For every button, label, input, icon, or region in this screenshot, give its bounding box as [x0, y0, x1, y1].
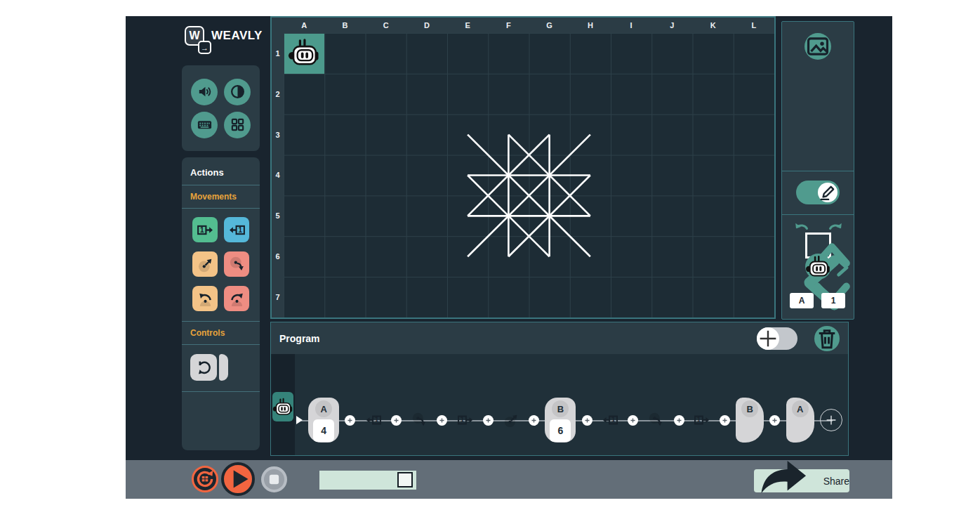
program-character-chip [272, 392, 293, 421]
character-controls-panel: A 1 [781, 21, 854, 320]
add-node-toggle[interactable] [757, 327, 797, 350]
share-button[interactable]: Share [754, 469, 849, 492]
robot-character [287, 38, 321, 67]
column-label: J [651, 18, 692, 33]
column-position-input[interactable]: A [790, 293, 814, 308]
speed-slider-handle[interactable] [397, 472, 413, 487]
insert-step-button[interactable] [720, 415, 730, 426]
program-track: A411B611BA [296, 396, 842, 444]
row-label: 4 [272, 155, 284, 196]
palette-title: Actions [182, 157, 260, 185]
insert-step-button[interactable] [437, 415, 447, 426]
weavly-app: W → WEAVLY Actions Movements11Controls A… [126, 16, 892, 499]
palette-block-backward-1[interactable]: 1 [224, 217, 249, 242]
palette-block-forward-1[interactable]: 1 [192, 217, 218, 242]
palette-section-label: Movements [182, 185, 260, 208]
insert-step-button[interactable] [345, 415, 355, 426]
play-icon [224, 465, 252, 493]
insert-step-button[interactable] [582, 415, 592, 426]
program-step-backward-1[interactable]: 1 [598, 408, 622, 432]
program-step-forward-1[interactable]: 1 [690, 408, 714, 432]
move-right-chevron[interactable] [836, 257, 850, 278]
keyboard-icon [197, 117, 213, 133]
loop-bracket [219, 354, 228, 381]
loop-label: A [792, 400, 809, 417]
apps-icon [230, 117, 246, 133]
turn-right-90-icon [227, 289, 246, 308]
palette-block-loop[interactable] [182, 345, 260, 391]
plus-icon [772, 417, 778, 424]
program-step-turn-right-45[interactable] [407, 408, 431, 432]
palette-block-turn-right-90[interactable] [224, 286, 249, 311]
program-body: A411B611BA [271, 354, 848, 455]
play-button[interactable] [221, 462, 255, 496]
palette-block-turn-left-90[interactable] [192, 286, 218, 311]
insert-step-button[interactable] [769, 415, 780, 426]
loop-iterations-input[interactable]: 6 [550, 419, 571, 442]
pen-icon [818, 183, 837, 202]
keyboard-shortcuts-button[interactable] [191, 112, 218, 138]
program-loop-start-B[interactable]: B6 [545, 398, 576, 443]
loop-icon [194, 358, 213, 377]
turn-left-45-icon [196, 255, 215, 274]
insert-step-button[interactable] [628, 415, 638, 426]
column-label: C [366, 18, 406, 33]
high-contrast-button[interactable] [224, 79, 251, 105]
turn-right-45-icon [410, 411, 428, 429]
refresh-scene-button[interactable] [192, 466, 218, 492]
program-step-backward-1[interactable]: 1 [362, 408, 385, 432]
turn-left-button[interactable] [793, 221, 810, 233]
column-label: D [406, 18, 447, 33]
turn-left-45-icon [502, 411, 520, 429]
loop-iterations-input[interactable]: 4 [313, 419, 334, 442]
backward-1-icon: 1 [227, 221, 246, 240]
weavly-logo-icon: W → [185, 26, 206, 47]
turn-left-90-icon [196, 289, 215, 308]
svg-text:1: 1 [696, 416, 701, 424]
program-panel: Program A411B611BA [270, 322, 849, 456]
row-label: 7 [272, 277, 284, 318]
robot-icon [272, 398, 293, 417]
scene-background-button[interactable] [804, 33, 831, 60]
actions-palette: Actions Movements11Controls [182, 157, 260, 450]
plus-icon [531, 417, 537, 424]
audio-feedback-button[interactable] [191, 79, 218, 105]
logo-arrow-icon: → [198, 41, 211, 54]
program-step-turn-left-45[interactable] [499, 408, 523, 432]
row-position-input[interactable]: 1 [821, 293, 845, 308]
theme-options-button[interactable] [224, 112, 251, 138]
brand-name: WEAVLY [211, 29, 263, 43]
palette-block-turn-left-45[interactable] [192, 251, 218, 277]
turn-right-button[interactable] [827, 221, 844, 233]
loop-label: A [315, 400, 332, 417]
palette-block-turn-right-45[interactable] [224, 251, 249, 277]
weavly-logo[interactable]: W → WEAVLY [185, 26, 263, 47]
refresh-icon [194, 468, 216, 490]
speed-fast-icon [421, 474, 632, 499]
row-label: 2 [272, 74, 284, 114]
plus-icon [439, 417, 445, 424]
program-loop-end-A[interactable]: A [786, 398, 814, 443]
forward-1-icon: 1 [196, 221, 215, 240]
row-label: 3 [272, 114, 284, 155]
insert-step-button[interactable] [674, 415, 684, 426]
program-loop-end-B[interactable]: B [736, 398, 764, 443]
insert-step-button[interactable] [529, 415, 539, 426]
stop-button[interactable] [261, 466, 287, 492]
program-step-forward-1[interactable]: 1 [453, 408, 477, 432]
program-step-turn-right-45[interactable] [644, 408, 668, 432]
insert-step-button[interactable] [391, 415, 402, 426]
svg-text:1: 1 [199, 225, 204, 233]
forward-1-icon: 1 [693, 411, 711, 429]
add-step-button[interactable] [820, 409, 842, 431]
svg-text:1: 1 [374, 416, 378, 424]
speed-slider[interactable] [319, 471, 416, 490]
backward-1-icon: 1 [601, 411, 619, 429]
insert-step-button[interactable] [483, 415, 494, 426]
program-title: Program [279, 333, 320, 344]
pen-toggle[interactable] [796, 181, 840, 204]
contrast-icon [230, 84, 246, 100]
program-header: Program [271, 322, 848, 354]
program-loop-start-A[interactable]: A4 [308, 398, 339, 443]
delete-program-button[interactable] [814, 326, 840, 351]
